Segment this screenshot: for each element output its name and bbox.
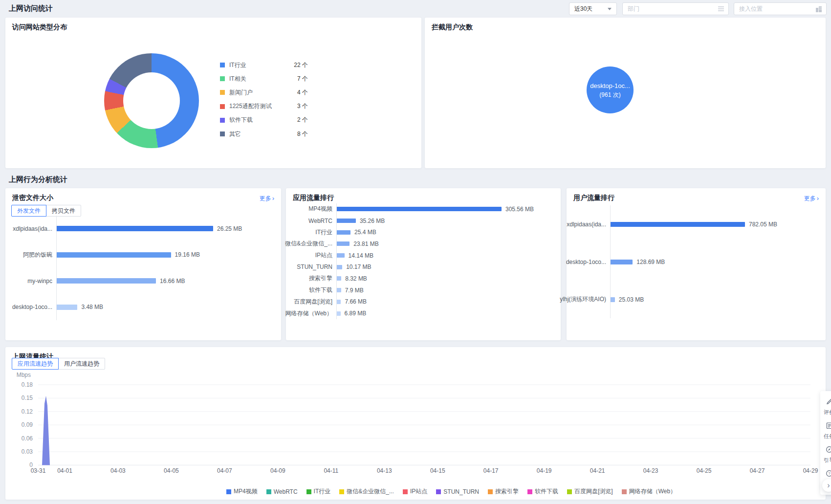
trend-legend-item[interactable]: IP站点	[403, 487, 427, 496]
bar-category-label: xdlpidaas(ida...	[5, 225, 52, 232]
leak-more-link[interactable]: 更多›	[260, 195, 274, 203]
chevron-right-icon: ›	[827, 481, 830, 490]
leak-file-card-title: 泄密文件大小	[12, 194, 53, 202]
legend-item[interactable]: 新闻门户4 个	[220, 86, 308, 99]
app-traffic-card-title: 应用流量排行	[293, 194, 334, 202]
bar-row: xdlpidaas(ida...26.25 MB	[5, 216, 281, 242]
trend-legend-item[interactable]: 百度网盘[浏览]	[567, 487, 613, 496]
bar-row: ylhj(演练环境AIO)25.03 MB	[567, 281, 826, 318]
legend-label: STUN_TURN	[443, 488, 479, 495]
app-traffic-card: 应用流量排行 MP4视频305.56 MBWebRTC35.26 MBIT行业2…	[286, 188, 561, 340]
legend-label: 软件下载	[535, 487, 558, 496]
legend-swatch	[403, 489, 408, 494]
x-tick-label: 04-13	[377, 467, 392, 474]
department-filter[interactable]	[622, 2, 729, 15]
access-location-input[interactable]	[738, 5, 812, 13]
leak-tab-0[interactable]: 外发文件	[11, 205, 46, 217]
user-traffic-bar-chart: xdlpidaas(ida...782.05 MBdesktop-1oco...…	[567, 205, 826, 318]
blocked-users-card: 拦截用户次数 desktop-1oc... (961 次)	[425, 18, 826, 168]
bar-value-label: 7.9 MB	[345, 287, 364, 294]
site-type-donut-chart	[104, 53, 199, 148]
site-type-card: 访问网站类型分布 IT行业22 个IT相关7 个新闻门户4 个1225通配符测试…	[5, 18, 421, 168]
bar-row: 搜索引擎8.32 MB	[286, 273, 561, 285]
bar-value-label: 26.25 MB	[217, 225, 242, 232]
legend-label: 网络存储（Web）	[629, 487, 676, 496]
trend-legend-item[interactable]: 微信&企业微信_...	[339, 487, 394, 496]
bar-value-label: 25.4 MB	[354, 229, 376, 236]
traffic-spike	[42, 396, 50, 465]
bar-category-label: desktop-1oco...	[5, 304, 52, 310]
trend-legend-item[interactable]: WebRTC	[266, 488, 298, 495]
blocked-user-bubble[interactable]: desktop-1oc... (961 次)	[587, 66, 634, 113]
user-traffic-card-title: 用户流量排行	[573, 194, 614, 202]
bar-row: STUN_TURN10.17 MB	[286, 261, 561, 273]
legend-item[interactable]: 软件下载2 个	[220, 113, 308, 127]
x-tick-label: 04-29	[803, 467, 818, 474]
list-icon	[718, 6, 724, 12]
bar	[337, 241, 350, 246]
x-tick-label: 04-21	[590, 467, 605, 474]
guide-icon	[826, 446, 831, 455]
trend-legend-item[interactable]: IT行业	[306, 487, 331, 496]
bar	[611, 222, 745, 227]
leak-file-bar-chart: xdlpidaas(ida...26.25 MB阿肥的饭碗19.16 MBmy-…	[5, 216, 281, 320]
bar-value-label: 10.17 MB	[346, 263, 371, 270]
trend-legend-item[interactable]: STUN_TURN	[436, 488, 479, 495]
legend-label: IP站点	[410, 487, 427, 496]
chevron-down-icon	[608, 8, 612, 10]
bar-category-label: xdlpidaas(ida...	[567, 221, 606, 228]
toolbar-item-tasks[interactable]: 任务	[824, 422, 831, 440]
chevron-right-icon: ›	[817, 195, 819, 202]
x-tick-label: 04-03	[110, 467, 126, 474]
legend-swatch	[266, 489, 271, 494]
bar	[57, 252, 171, 258]
site-type-legend: IT行业22 个IT相关7 个新闻门户4 个1225通配符测试3 个软件下载2 …	[220, 58, 308, 141]
blocked-users-card-title: 拦截用户次数	[432, 23, 473, 32]
legend-item[interactable]: IT相关7 个	[220, 72, 308, 86]
trend-legend-item[interactable]: 软件下载	[527, 487, 558, 496]
pencil-icon	[826, 398, 831, 407]
bar	[611, 260, 633, 264]
building-icon	[815, 6, 822, 12]
toolbar-item-pencil[interactable]: 评价	[824, 398, 831, 416]
user-more-link[interactable]: 更多›	[804, 195, 819, 203]
legend-label: 微信&企业微信_...	[347, 487, 394, 496]
bar-category-label: 搜索引擎	[286, 274, 332, 283]
bar-value-label: 305.56 MB	[505, 206, 534, 213]
bar	[337, 288, 341, 292]
site-type-card-title: 访问网站类型分布	[12, 23, 67, 32]
legend-item[interactable]: 1225通配符测试3 个	[220, 100, 308, 113]
bar-category-label: 微信&企业微信_...	[286, 240, 332, 248]
toolbar-item-label: 评价	[824, 409, 831, 416]
trend-legend-item[interactable]: 搜索引擎	[488, 487, 519, 496]
legend-value: 22 个	[294, 61, 308, 69]
trend-legend-item[interactable]: MP4视频	[226, 487, 258, 496]
department-input[interactable]	[627, 5, 715, 13]
trend-legend-item[interactable]: 网络存储（Web）	[622, 487, 676, 496]
access-location-filter[interactable]	[734, 2, 827, 15]
bar-category-label: WebRTC	[286, 218, 332, 224]
bar	[337, 265, 342, 269]
x-tick-label: 04-17	[483, 467, 499, 474]
bar-category-label: 软件下载	[286, 286, 332, 294]
page-title: 上网访问统计	[9, 4, 53, 13]
legend-swatch	[220, 131, 225, 136]
x-tick-label: 04-27	[750, 467, 765, 474]
legend-label: 新闻门户	[229, 88, 253, 97]
bar-category-label: ylhj(演练环境AIO)	[567, 295, 606, 304]
legend-value: 3 个	[297, 102, 308, 110]
time-range-select[interactable]: 近30天	[569, 2, 617, 15]
leak-tab-1[interactable]: 拷贝文件	[46, 205, 81, 217]
user-traffic-card: 用户流量排行 更多› xdlpidaas(ida...782.05 MBdesk…	[567, 188, 826, 340]
svg-text:?: ?	[828, 471, 831, 476]
legend-item[interactable]: 其它8 个	[220, 127, 308, 141]
traffic-tab-0[interactable]: 应用流速趋势	[12, 358, 59, 370]
x-tick-label: 04-01	[57, 467, 72, 474]
y-axis-unit: Mbps	[17, 372, 31, 378]
toolbar-item-guide[interactable]: 引导	[824, 446, 831, 464]
legend-item[interactable]: IT行业22 个	[220, 58, 308, 72]
legend-label: IT行业	[314, 487, 331, 496]
bar	[337, 311, 341, 316]
legend-value: 7 个	[297, 75, 308, 83]
bar-value-label: 3.48 MB	[81, 304, 103, 310]
